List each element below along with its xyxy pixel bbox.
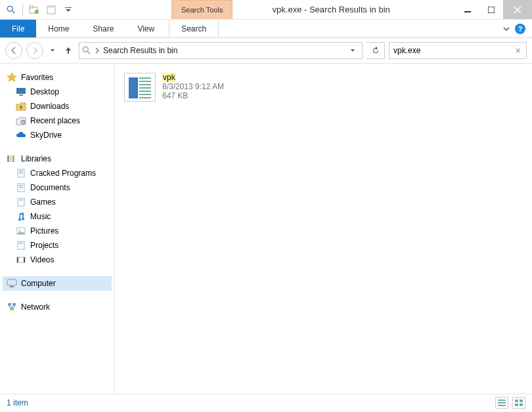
nav-item-music[interactable]: Music (3, 209, 112, 224)
recent-locations-dropdown[interactable] (47, 42, 58, 59)
nav-label: Pictures (30, 226, 58, 236)
search-box[interactable]: × (389, 42, 527, 59)
view-switcher (495, 397, 525, 409)
svg-rect-35 (7, 279, 16, 285)
window-title: vpk.exe - Search Results in bin (233, 0, 456, 19)
results-pane: vpk 8/3/2013 9:12 AM 647 KB (115, 64, 532, 394)
svg-rect-37 (8, 303, 11, 306)
desktop-icon (16, 87, 26, 97)
skydrive-icon (16, 130, 26, 140)
details-view-icon[interactable] (495, 397, 508, 409)
nav-item-downloads[interactable]: Downloads (3, 99, 112, 113)
nav-item-skydrive[interactable]: SkyDrive (3, 128, 112, 142)
svg-rect-6 (47, 6, 55, 8)
result-date: 8/3/2013 9:12 AM (162, 82, 224, 91)
minimize-button[interactable] (456, 0, 479, 19)
svg-rect-43 (515, 400, 518, 402)
library-icon (16, 240, 26, 251)
svg-rect-34 (24, 257, 25, 262)
nav-item-games[interactable]: Games (3, 195, 112, 209)
svg-rect-38 (12, 303, 16, 306)
properties-icon[interactable] (44, 3, 58, 17)
svg-rect-25 (19, 187, 23, 188)
svg-rect-17 (7, 155, 9, 162)
svg-rect-21 (19, 171, 23, 172)
qat-dropdown-icon[interactable] (61, 3, 76, 17)
status-item-count: 1 item (7, 398, 28, 407)
breadcrumb[interactable]: Search Results in bin (103, 46, 177, 55)
nav-item-projects[interactable]: Projects (3, 238, 112, 253)
nav-item-documents[interactable]: Documents (3, 180, 112, 195)
svg-rect-8 (464, 11, 471, 12)
svg-rect-27 (19, 199, 23, 201)
svg-point-0 (7, 6, 12, 11)
separator (22, 4, 23, 16)
nav-item-cracked-programs[interactable]: Cracked Programs (3, 166, 112, 180)
nav-label: Computer (21, 279, 56, 288)
back-button[interactable] (5, 42, 22, 59)
result-size: 647 KB (162, 91, 224, 100)
address-bar[interactable]: Search Results in bin (79, 42, 363, 59)
star-icon (7, 72, 17, 83)
nav-header-libraries[interactable]: Libraries (3, 152, 112, 166)
navigation-bar: Search Results in bin × (0, 38, 532, 63)
breadcrumb-chevron-icon[interactable] (95, 47, 99, 54)
recent-icon (16, 115, 26, 126)
address-dropdown-icon[interactable] (346, 48, 359, 53)
file-tab[interactable]: File (0, 20, 36, 37)
nav-label: Documents (30, 183, 70, 192)
nav-item-desktop[interactable]: Desktop (3, 85, 112, 99)
nav-header-favorites[interactable]: Favorites (3, 70, 112, 85)
nav-item-videos[interactable]: Videos (3, 253, 112, 267)
downloads-icon (16, 101, 26, 112)
svg-rect-24 (19, 185, 23, 186)
search-result-item[interactable]: vpk 8/3/2013 9:12 AM 647 KB (122, 70, 227, 104)
svg-rect-44 (520, 400, 523, 402)
tab-share[interactable]: Share (81, 20, 125, 37)
nav-label: Favorites (21, 73, 53, 82)
nav-item-recent-places[interactable]: Recent places (3, 113, 112, 128)
help-icon[interactable]: ? (515, 24, 525, 34)
status-bar: 1 item (0, 394, 532, 411)
refresh-button[interactable] (366, 42, 385, 59)
svg-rect-31 (19, 243, 23, 244)
tab-search[interactable]: Search (169, 20, 219, 37)
svg-rect-46 (520, 403, 523, 406)
svg-rect-42 (498, 405, 506, 406)
nav-label: Music (30, 212, 51, 221)
new-folder-icon[interactable] (27, 3, 41, 17)
search-input[interactable] (393, 46, 514, 55)
tab-view[interactable]: View (125, 20, 166, 37)
svg-line-1 (12, 10, 15, 13)
svg-rect-9 (488, 7, 495, 13)
maximize-button[interactable] (479, 0, 503, 19)
library-icon (16, 168, 26, 178)
thumbnails-view-icon[interactable] (512, 397, 525, 409)
main-area: Favorites Desktop Downloads Recent place… (0, 63, 532, 394)
nav-label: Games (30, 197, 56, 207)
svg-rect-41 (498, 402, 506, 403)
contextual-tab-search-tools[interactable]: Search Tools (171, 0, 233, 19)
svg-line-13 (88, 52, 91, 54)
navigation-pane: Favorites Desktop Downloads Recent place… (0, 64, 115, 394)
up-button[interactable] (62, 44, 75, 57)
close-button[interactable] (503, 0, 532, 19)
result-name: vpk (162, 73, 176, 82)
clear-search-icon[interactable]: × (514, 45, 522, 56)
nav-item-computer[interactable]: Computer (3, 276, 112, 291)
nav-label: Projects (30, 241, 58, 250)
pictures-icon (16, 226, 26, 236)
nav-label: Desktop (30, 87, 59, 96)
forward-button[interactable] (26, 42, 43, 59)
svg-rect-15 (19, 94, 23, 96)
nav-item-network[interactable]: Network (3, 300, 112, 314)
svg-rect-33 (17, 257, 18, 262)
search-icon[interactable] (4, 3, 18, 17)
tab-home[interactable]: Home (36, 20, 81, 37)
svg-point-4 (35, 10, 39, 14)
nav-label: Cracked Programs (30, 169, 96, 178)
window-controls (456, 0, 532, 19)
expand-ribbon-icon[interactable] (503, 26, 510, 32)
nav-item-pictures[interactable]: Pictures (3, 224, 112, 238)
search-glyph-icon (82, 46, 91, 55)
